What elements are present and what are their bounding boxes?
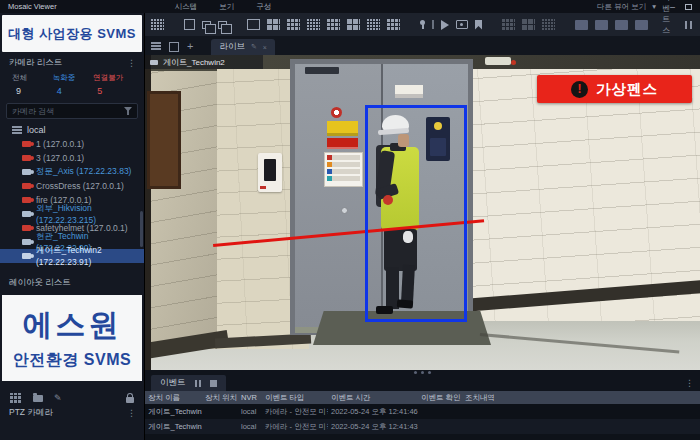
video-tile[interactable]: 게이트_Techwin2 ! 가상펜스 xyxy=(145,55,700,370)
event-confirm xyxy=(418,404,462,419)
menu-config[interactable]: 구성 xyxy=(256,2,271,12)
col-time[interactable]: 이벤트 시간 xyxy=(328,391,418,404)
event-nvr: local xyxy=(238,404,262,419)
tab-close-icon[interactable]: × xyxy=(263,44,267,51)
layout-toolbar: ✎ xyxy=(0,391,144,405)
layout-custom-icon[interactable] xyxy=(387,19,400,30)
layout-grid-icon[interactable] xyxy=(10,393,22,403)
menu-view[interactable]: 보기 xyxy=(219,2,234,12)
col-location[interactable]: 장치 위치 xyxy=(202,391,238,404)
col-type[interactable]: 이벤트 타입 xyxy=(262,391,328,404)
duplicate-view-icon[interactable] xyxy=(202,21,211,29)
clear-events-icon[interactable] xyxy=(210,380,217,387)
new-view-icon[interactable] xyxy=(218,21,227,29)
pause-icon[interactable] xyxy=(685,21,692,29)
tab-edit-icon[interactable]: ✎ xyxy=(251,43,257,51)
stat-total-label: 전체 xyxy=(12,73,27,83)
layout-1plus7-icon[interactable] xyxy=(347,19,360,30)
scene-round-sticker xyxy=(331,107,342,118)
camera-item-1[interactable]: 1 (127.0.0.1) xyxy=(0,137,144,151)
camera-item-hikvision[interactable]: 외부_Hikvision (172.22.23.215) xyxy=(0,207,144,221)
camera-icon xyxy=(22,239,31,245)
layout-1plus5-icon[interactable] xyxy=(327,19,340,30)
event-nvr: local xyxy=(238,419,262,434)
tab-live-label: 라이브 xyxy=(219,41,245,53)
layout-2plus8-icon[interactable] xyxy=(367,19,380,30)
edit-icon[interactable]: ✎ xyxy=(54,393,62,403)
titlebar: Mosaic Viewer 시스템 보기 구성 다른 뷰어 보기 ▾ – xyxy=(0,0,700,13)
scene-warning-sign-yellow xyxy=(327,121,358,136)
saved-layout-icon[interactable] xyxy=(595,20,608,30)
lock-icon[interactable] xyxy=(126,397,134,403)
event-row[interactable]: 게이트_Techwin2 local 카메라 - 안전모 미착용 2022-05… xyxy=(145,404,700,419)
filter-icon[interactable] xyxy=(124,107,132,115)
ptz-header: PTZ 카메라 ⋮ xyxy=(0,405,144,421)
pin-icon[interactable] xyxy=(420,20,425,25)
saved-layout-icon[interactable] xyxy=(575,20,588,30)
play-icon[interactable] xyxy=(441,20,449,30)
minimize-button[interactable]: – xyxy=(670,4,675,10)
brand-logo-line1: 에스원 xyxy=(23,305,122,346)
saved-layout-icon[interactable] xyxy=(635,20,648,30)
preset-grid-icon[interactable] xyxy=(502,19,515,30)
menu-system[interactable]: 시스템 xyxy=(175,2,198,12)
camera-search-input[interactable] xyxy=(12,107,124,116)
layout-2x2-icon[interactable] xyxy=(267,19,280,30)
layout-1x1-icon[interactable] xyxy=(247,19,260,30)
folder-icon[interactable] xyxy=(33,395,43,402)
camera-tree: local 1 (127.0.0.1) 3 (127.0.0.1) 정문_Axi… xyxy=(0,123,144,275)
camera-item-label: CrossDress (127.0.0.1) xyxy=(36,181,124,191)
event-row[interactable]: 게이트_Techwin2 local 카메라 - 안전모 미착용 2022-05… xyxy=(145,419,700,434)
scene-warning-sign-red xyxy=(327,138,358,149)
layout-4x4-icon[interactable] xyxy=(307,19,320,30)
camera-item-3[interactable]: 3 (127.0.0.1) xyxy=(0,151,144,165)
tab-events[interactable]: 이벤트 xyxy=(151,375,226,391)
chevron-down-icon: ▾ xyxy=(652,2,656,11)
saved-layout-icon[interactable] xyxy=(615,20,628,30)
menu-icon[interactable] xyxy=(151,42,161,50)
camera-icon xyxy=(22,183,31,189)
col-device[interactable]: 장치 이름 xyxy=(145,391,202,404)
ptz-title: PTZ 카메라 xyxy=(9,407,53,419)
maximize-button[interactable] xyxy=(685,4,692,10)
add-tab-icon[interactable]: + xyxy=(187,40,193,52)
stat-disconnected-value: 5 xyxy=(97,86,102,96)
kebab-menu-icon[interactable]: ⋮ xyxy=(685,378,694,388)
preset-grid-icon[interactable] xyxy=(522,19,535,30)
bookmark-icon[interactable] xyxy=(475,20,482,30)
layout-3x3-icon[interactable] xyxy=(287,19,300,30)
tab-events-label: 이벤트 xyxy=(160,377,186,389)
camera-list-scrollbar[interactable] xyxy=(140,211,143,247)
pause-events-icon[interactable] xyxy=(195,380,201,387)
tab-live[interactable]: 라이브 ✎ × xyxy=(211,39,274,55)
stat-recording: 녹화중 4 xyxy=(53,73,94,96)
col-confirm[interactable]: 이벤트 확인 xyxy=(418,391,462,404)
stat-total-value: 9 xyxy=(16,86,21,96)
brand-logo-top-text: 대형 사업장용 SVMS xyxy=(8,25,136,43)
col-action[interactable]: 조치내역 xyxy=(462,391,700,404)
tree-server-local[interactable]: local xyxy=(0,123,144,137)
col-nvr[interactable]: NVR xyxy=(238,391,262,404)
event-tabbar: 이벤트 ⋮ xyxy=(145,375,700,391)
event-table: 장치 이름 장치 위치 NVR 이벤트 타입 이벤트 시간 이벤트 확인 조치내… xyxy=(145,391,700,434)
camera-item-techwin2-selected[interactable]: 게이트_Techwin2 (172.22.23.91) xyxy=(0,249,144,263)
event-time: 2022-05-24 오후 12:41:43 xyxy=(328,419,418,434)
stat-recording-value: 4 xyxy=(57,86,62,96)
camera-item-crossdress[interactable]: CrossDress (127.0.0.1) xyxy=(0,179,144,193)
kebab-menu-icon[interactable]: ⋮ xyxy=(127,408,136,418)
fullscreen-icon[interactable] xyxy=(184,19,195,30)
kebab-menu-icon[interactable]: ⋮ xyxy=(127,58,136,68)
camera-item-axis[interactable]: 정문_Axis (172.22.23.83) xyxy=(0,165,144,179)
view-other-dropdown[interactable]: 다른 뷰어 보기 ▾ xyxy=(597,2,656,12)
event-device: 게이트_Techwin2 xyxy=(145,419,202,434)
layout-list-title: 레이아웃 리스트 xyxy=(9,277,71,289)
server-label: local xyxy=(27,125,46,135)
add-window-icon[interactable] xyxy=(169,42,179,52)
scene-door-knob xyxy=(341,207,348,214)
mosaic-grid-icon[interactable] xyxy=(151,19,164,30)
camera-item-label: 3 (127.0.0.1) xyxy=(36,153,84,163)
camera-item-label: 1 (127.0.0.1) xyxy=(36,139,84,149)
camera-icon xyxy=(22,211,31,217)
snapshot-camera-icon[interactable] xyxy=(456,20,468,29)
preset-grid-icon[interactable] xyxy=(542,19,555,30)
